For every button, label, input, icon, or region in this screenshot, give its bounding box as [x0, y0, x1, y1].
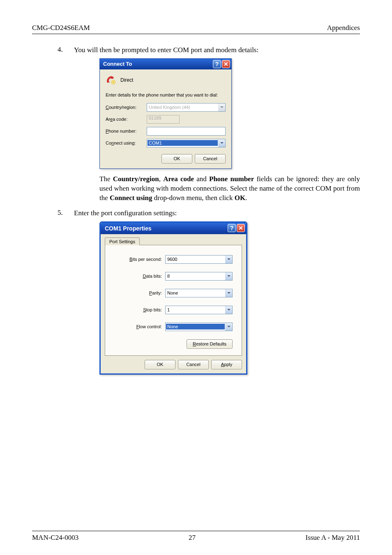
connection-icon — [106, 74, 117, 86]
bits-per-second-label: Bits per second: — [114, 257, 165, 262]
parity-label: Parity: — [114, 290, 165, 295]
tab-port-settings[interactable]: Port Settings — [105, 237, 140, 245]
footer-right: Issue A - May 2011 — [305, 534, 360, 542]
chevron-down-icon — [218, 139, 225, 147]
header-right: Appendices — [327, 24, 360, 32]
chevron-down-icon — [225, 306, 232, 314]
step-5: 5. Enter the port configuration settings… — [58, 209, 360, 218]
step-5-num: 5. — [58, 209, 74, 218]
close-button[interactable]: ✕ — [222, 60, 230, 68]
connect-to-title: Connect To — [103, 61, 132, 67]
flow-control-select[interactable]: None — [165, 322, 233, 331]
phone-number-input[interactable] — [147, 127, 226, 136]
cancel-button[interactable]: Cancel — [178, 360, 209, 369]
country-select[interactable]: United Kingdom (44) — [147, 103, 226, 112]
footer-left: MAN-C24-0003 — [32, 534, 78, 542]
country-label: Country/region: — [106, 105, 147, 110]
data-bits-label: Data bits: — [114, 274, 165, 279]
dialog-hint: Enter details for the phone number that … — [106, 92, 226, 97]
help-button[interactable]: ? — [228, 224, 236, 232]
connect-to-dialog: Connect To ? ✕ — [99, 58, 232, 169]
header-left: CMG-CD24S6EAM — [32, 24, 90, 32]
ok-button[interactable]: OK — [161, 154, 192, 164]
chevron-down-icon — [218, 104, 225, 111]
cancel-button[interactable]: Cancel — [195, 154, 226, 164]
ok-button[interactable]: OK — [145, 360, 175, 369]
stop-bits-select[interactable]: 1 — [165, 306, 233, 314]
step-4-num: 4. — [58, 46, 74, 55]
help-button[interactable]: ? — [213, 60, 221, 68]
parity-select[interactable]: None — [165, 289, 233, 297]
explanatory-paragraph: The Country/region, Area code and Phone … — [99, 175, 360, 203]
svg-point-1 — [113, 82, 114, 83]
com1-titlebar: COM1 Properties ? ✕ — [101, 223, 246, 234]
stop-bits-label: Stop bits: — [114, 307, 165, 312]
restore-defaults-button[interactable]: Restore Defaults — [187, 339, 233, 349]
step-4-text: You will then be prompted to enter COM p… — [74, 46, 258, 55]
area-code-input[interactable]: 01189 — [147, 115, 180, 124]
chevron-down-icon — [225, 289, 232, 297]
bits-per-second-select[interactable]: 9600 — [165, 255, 233, 264]
step-4: 4. You will then be prompted to enter CO… — [58, 46, 360, 55]
data-bits-select[interactable]: 8 — [165, 272, 233, 281]
close-button[interactable]: ✕ — [237, 224, 245, 232]
com1-title: COM1 Properties — [105, 225, 152, 232]
chevron-down-icon — [225, 323, 232, 331]
apply-button[interactable]: Apply — [211, 360, 242, 369]
phone-label: Phone number: — [106, 129, 147, 134]
area-label: Area code: — [106, 117, 147, 122]
connect-using-label: Connect using: — [106, 140, 147, 145]
step-5-text: Enter the port configuration settings: — [74, 209, 177, 218]
chevron-down-icon — [225, 256, 232, 263]
connect-to-titlebar: Connect To ? ✕ — [100, 59, 231, 69]
com1-properties-dialog: COM1 Properties ? ✕ Port Settings Bits p… — [99, 221, 247, 375]
connect-using-select[interactable]: COM1 — [147, 139, 226, 147]
connection-name: Direct — [120, 77, 133, 83]
port-settings-pane: Bits per second: 9600 Data bits: 8 — [105, 245, 242, 356]
chevron-down-icon — [225, 272, 232, 280]
flow-control-label: Flow control: — [114, 324, 165, 329]
footer-page-number: 27 — [189, 534, 196, 542]
